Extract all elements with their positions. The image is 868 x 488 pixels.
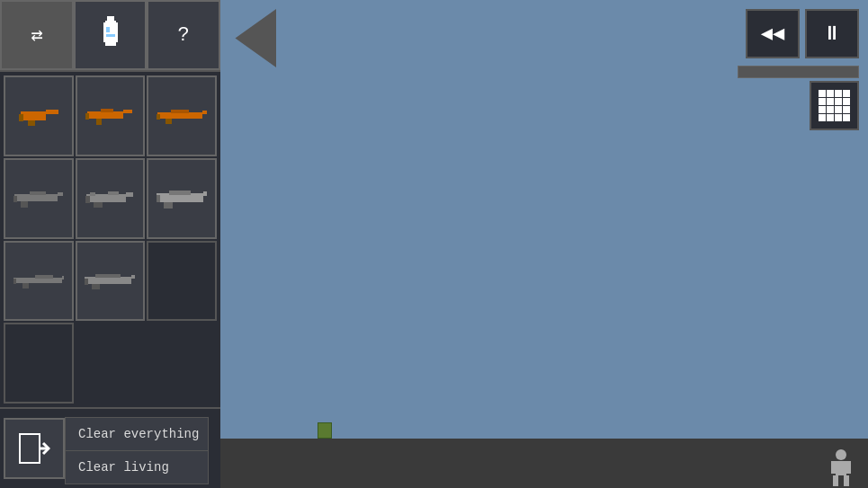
svg-rect-5	[106, 34, 115, 37]
svg-rect-39	[13, 279, 16, 284]
svg-rect-33	[164, 202, 173, 209]
svg-rect-32	[203, 191, 207, 196]
svg-rect-10	[87, 111, 123, 119]
svg-rect-38	[22, 283, 29, 288]
svg-rect-9	[19, 114, 23, 121]
exit-button[interactable]	[4, 418, 65, 479]
svg-rect-6	[21, 111, 46, 120]
svg-rect-16	[202, 111, 207, 114]
svg-rect-27	[94, 202, 103, 208]
svg-rect-41	[85, 277, 131, 284]
weapon-cell-1[interactable]	[4, 75, 74, 156]
help-button[interactable]: ?	[147, 0, 220, 70]
svg-rect-34	[157, 195, 160, 202]
weapon-cell-7[interactable]	[4, 241, 74, 322]
pause-icon: ⏸	[822, 22, 842, 46]
svg-rect-21	[58, 192, 63, 196]
swap-button[interactable]: ⇄	[0, 0, 74, 70]
svg-rect-37	[62, 276, 64, 279]
svg-rect-49	[836, 461, 846, 475]
question-icon: ?	[178, 24, 190, 47]
grid-icon	[819, 90, 850, 121]
svg-rect-43	[92, 284, 100, 289]
svg-rect-29	[90, 192, 95, 196]
context-menu: Clear everything Clear living	[65, 417, 209, 484]
svg-rect-0	[107, 16, 114, 21]
svg-rect-50	[833, 475, 838, 486]
grid-toggle-button[interactable]	[810, 81, 859, 130]
svg-rect-22	[21, 201, 28, 208]
back-button[interactable]	[229, 9, 288, 67]
weapon-cell-empty-1	[147, 241, 217, 322]
item-icon	[96, 16, 125, 55]
svg-rect-52	[831, 461, 837, 474]
weapon-cell-5[interactable]	[76, 158, 146, 239]
svg-rect-4	[106, 27, 110, 32]
svg-rect-12	[96, 119, 102, 125]
svg-rect-15	[157, 112, 202, 119]
svg-rect-42	[131, 275, 135, 279]
svg-rect-1	[105, 21, 116, 22]
game-entity	[318, 422, 332, 439]
svg-rect-26	[126, 192, 133, 197]
top-right-controls: ◀◀ ⏸	[729, 0, 868, 87]
svg-point-48	[836, 449, 846, 460]
pause-button[interactable]: ⏸	[805, 9, 859, 58]
media-controls: ◀◀ ⏸	[746, 9, 859, 58]
weapon-cell-3[interactable]	[147, 75, 217, 156]
svg-rect-7	[46, 110, 58, 114]
svg-rect-8	[28, 120, 35, 126]
svg-rect-20	[14, 194, 58, 201]
svg-rect-19	[171, 110, 189, 113]
clear-living-button[interactable]: Clear living	[66, 451, 208, 484]
svg-rect-3	[105, 42, 116, 46]
svg-rect-44	[85, 279, 88, 285]
swap-icon: ⇄	[31, 23, 42, 48]
svg-rect-11	[123, 110, 132, 113]
svg-rect-13	[85, 113, 89, 120]
sidebar-bottom: Clear everything Clear living	[0, 407, 220, 488]
svg-rect-28	[85, 196, 90, 203]
svg-rect-2	[103, 22, 118, 42]
svg-rect-35	[169, 191, 191, 195]
weapon-cell-4[interactable]	[4, 158, 74, 239]
svg-rect-23	[13, 196, 17, 202]
svg-rect-40	[35, 275, 53, 279]
weapon-cell-8[interactable]	[76, 241, 146, 322]
weapon-grid	[0, 72, 220, 407]
rewind-button[interactable]: ◀◀	[746, 9, 800, 58]
svg-rect-24	[30, 191, 46, 195]
svg-rect-51	[844, 475, 849, 486]
sidebar: ⇄ ?	[0, 0, 220, 488]
svg-rect-14	[101, 109, 113, 112]
weapon-cell-6[interactable]	[147, 158, 217, 239]
toolbar-row: ⇄ ?	[0, 0, 220, 72]
svg-rect-45	[95, 274, 121, 278]
rewind-icon: ◀◀	[761, 22, 785, 46]
item-button[interactable]	[74, 0, 148, 70]
svg-rect-53	[846, 461, 851, 474]
svg-rect-46	[20, 434, 40, 463]
svg-rect-17	[166, 119, 172, 124]
progress-bar[interactable]	[738, 66, 859, 78]
ground	[220, 439, 868, 488]
clear-everything-button[interactable]: Clear everything	[66, 418, 208, 451]
svg-rect-30	[108, 191, 119, 195]
weapon-cell-2[interactable]	[76, 75, 146, 156]
svg-rect-18	[157, 114, 160, 120]
weapon-cell-empty-2	[4, 323, 74, 404]
person-icon	[823, 443, 859, 488]
